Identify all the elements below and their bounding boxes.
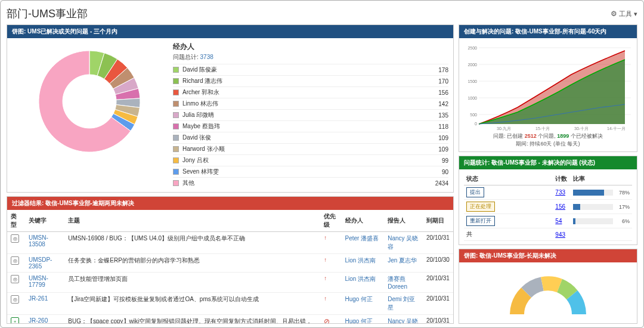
issue-key-link[interactable]: UMSN-17799 bbox=[29, 275, 48, 288]
legend-row[interactable]: Julia 邱微晴135 bbox=[173, 109, 448, 120]
tools-menu[interactable]: ⚙ 工具 ▾ bbox=[611, 10, 637, 18]
due-date: 20/10/31 bbox=[423, 293, 453, 315]
legend-value: 109 bbox=[438, 146, 448, 153]
area-panel: 创建与解决的问题: 敬信-UMS事业部-所有问题-60天内 2500 2000 … bbox=[459, 24, 637, 152]
legend-swatch bbox=[173, 112, 179, 118]
legend-swatch bbox=[173, 89, 179, 95]
legend-name: Harword 张小顺 bbox=[182, 145, 438, 153]
legend-row[interactable]: Seven 林玮雯90 bbox=[173, 166, 448, 177]
stats-row[interactable]: 正在处理15617% bbox=[464, 200, 632, 214]
stats-pct: 6% bbox=[615, 214, 632, 228]
table-row[interactable]: ◎UMSDP-2365任务变换：金蝶ERP的营销部分的内容学习和熟悉↑Lion … bbox=[7, 254, 453, 273]
legend-row[interactable]: Maybe 蔡韪玮118 bbox=[173, 120, 448, 132]
assignee-link[interactable]: Peter 潘盛喜 bbox=[345, 235, 379, 242]
assignee-link[interactable]: Lion 洪杰南 bbox=[345, 257, 376, 264]
legend-row[interactable]: David 张俊109 bbox=[173, 132, 448, 143]
reporter-link[interactable]: Nancy 吴晓容 bbox=[388, 235, 418, 250]
table-row[interactable]: ◎UMSN-13508UMSN-16908 / BUG：【UMS U4.0】级别… bbox=[7, 232, 453, 254]
legend-total-link[interactable]: 3738 bbox=[200, 54, 213, 60]
reporter-link[interactable]: Jen 夏志华 bbox=[388, 257, 417, 264]
stats-row[interactable]: 提出73378% bbox=[464, 185, 632, 200]
legend-row[interactable]: Jony 吕权99 bbox=[173, 154, 448, 166]
legend-value: 142 bbox=[438, 101, 448, 107]
col-key[interactable]: 关键字 bbox=[25, 210, 64, 232]
legend-total-label: 问题总计: bbox=[173, 54, 199, 60]
table-row[interactable]: ◎JR-261【Jira空间新建】可按模板批量复制或者通过OA、pms系统可以自… bbox=[7, 293, 453, 315]
legend-value: 156 bbox=[438, 89, 448, 96]
legend-row[interactable]: Linmo 林志伟142 bbox=[173, 98, 448, 109]
legend-swatch bbox=[173, 180, 179, 186]
col-due[interactable]: 到期日 bbox=[423, 210, 453, 232]
status-badge: 提出 bbox=[466, 187, 484, 197]
blocker-icon: ⊘ bbox=[324, 317, 330, 323]
svg-text:2500: 2500 bbox=[467, 46, 477, 50]
issue-key-link[interactable]: UMSN-13508 bbox=[29, 234, 48, 247]
issue-key-link[interactable]: JR-260 bbox=[29, 317, 48, 323]
issue-key-link[interactable]: UMSDP-2365 bbox=[29, 256, 52, 270]
issue-summary: 【Jira空间新建】可按模板批量复制或者通过OA、pms系统可以自动生成 bbox=[64, 293, 320, 315]
area-resolved-count: 1899 bbox=[557, 133, 569, 139]
tools-label: 工具 bbox=[619, 10, 632, 18]
stats-pct: 78% bbox=[615, 185, 632, 200]
stats-count-link[interactable]: 156 bbox=[555, 203, 565, 210]
col-priority[interactable]: 优先级 bbox=[320, 210, 341, 232]
legend-row[interactable]: Archer 郭和永156 bbox=[173, 86, 448, 98]
legend-swatch bbox=[173, 146, 179, 152]
legend-value: 90 bbox=[442, 169, 448, 175]
status-badge: 正在处理 bbox=[466, 202, 495, 212]
stats-bar bbox=[573, 190, 613, 196]
legend-swatch bbox=[173, 101, 179, 107]
stats-pct: 17% bbox=[615, 200, 632, 214]
legend-name: Seven 林玮雯 bbox=[182, 168, 442, 176]
assignee-link[interactable]: Hugo 何正 bbox=[345, 296, 373, 302]
legend-name: Richard 潘志伟 bbox=[182, 77, 438, 85]
stats-count-link[interactable]: 733 bbox=[555, 189, 565, 196]
issues-table: 类型 关键字 主题 优先级 经办人 报告人 到期日 ◎UMSN-13508UMS… bbox=[7, 210, 453, 323]
svg-text:500: 500 bbox=[470, 113, 477, 117]
legend-row[interactable]: Harword 张小顺109 bbox=[173, 143, 448, 154]
svg-text:30-十月: 30-十月 bbox=[574, 126, 589, 131]
stats-col-ratio: 比率 bbox=[571, 173, 615, 185]
reporter-link[interactable]: 潘赛燕Doreen bbox=[388, 276, 407, 290]
assignee-link[interactable]: Hugo 何正 bbox=[345, 318, 373, 323]
col-type[interactable]: 类型 bbox=[7, 210, 25, 232]
assignee-link[interactable]: Lion 洪杰南 bbox=[345, 276, 376, 282]
new-feature-icon: + bbox=[11, 317, 19, 323]
legend-heading: 经办人 bbox=[173, 42, 448, 52]
issue-key-link[interactable]: JR-261 bbox=[29, 295, 48, 302]
filter-panel-title: 过滤器结果: 敬信-UMS事业部-逾期两周未解决 bbox=[7, 197, 453, 210]
mini-donut-chart[interactable] bbox=[500, 266, 596, 320]
col-assignee[interactable]: 经办人 bbox=[342, 210, 385, 232]
svg-text:0: 0 bbox=[475, 122, 477, 126]
reporter-link[interactable]: Demi 刘亚星 bbox=[388, 296, 415, 311]
table-row[interactable]: ◎UMSN-17799员工技能管理增加页面↑Lion 洪杰南潘赛燕Doreen2… bbox=[7, 273, 453, 293]
legend-name: Jony 吕权 bbox=[182, 156, 442, 165]
svg-text:1500: 1500 bbox=[467, 79, 477, 83]
area-caption-suffix: 个已经被解决 bbox=[571, 133, 603, 139]
legend-row[interactable]: Richard 潘志伟170 bbox=[173, 75, 448, 86]
legend-value: 99 bbox=[442, 157, 448, 164]
reporter-link[interactable]: Nancy 吴晓容 bbox=[388, 318, 418, 323]
col-reporter[interactable]: 报告人 bbox=[384, 210, 423, 232]
stats-total-link[interactable]: 943 bbox=[555, 231, 565, 238]
col-summary[interactable]: 主题 bbox=[64, 210, 320, 232]
table-row[interactable]: +JR-260BUG：【space copy】wiki空间复制报错问题处理。现有… bbox=[7, 315, 453, 324]
due-date: 20/10/31 bbox=[423, 273, 453, 293]
legend-row[interactable]: David 陈俊豪178 bbox=[173, 64, 448, 75]
legend-name: Maybe 蔡韪玮 bbox=[182, 122, 438, 131]
stats-row[interactable]: 重新打开546% bbox=[464, 214, 632, 228]
legend-name: David 张俊 bbox=[182, 134, 438, 142]
area-chart[interactable]: 2500 2000 1500 1000 500 0 30-九月 bbox=[464, 42, 632, 131]
svg-text:1000: 1000 bbox=[467, 96, 477, 100]
issue-summary: 任务变换：金蝶ERP的营销部分的内容学习和熟悉 bbox=[64, 254, 320, 273]
stats-total-label: 共 bbox=[464, 228, 553, 241]
legend-swatch bbox=[173, 123, 179, 129]
legend-swatch bbox=[173, 135, 179, 141]
stats-panel-title: 问题统计: 敬信-UMS事业部 - 未解决的问题 (状态) bbox=[459, 156, 637, 169]
legend-swatch bbox=[173, 157, 179, 163]
mini-pie-title: 饼图: 敬信-UMS事业部-长期未解决 bbox=[459, 249, 637, 262]
stats-count-link[interactable]: 54 bbox=[555, 218, 562, 224]
legend-row[interactable]: 其他2434 bbox=[173, 177, 448, 188]
donut-chart[interactable] bbox=[12, 42, 167, 161]
gear-icon: ⚙ bbox=[611, 10, 617, 18]
